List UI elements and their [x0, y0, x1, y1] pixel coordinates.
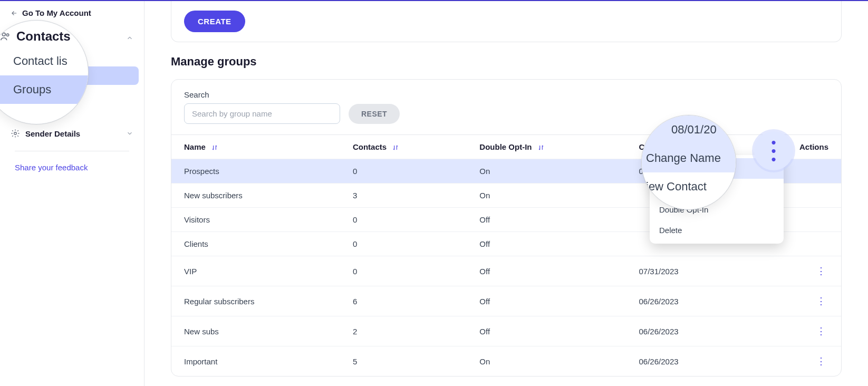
cell-optin: On: [467, 159, 626, 184]
col-name-label: Name: [184, 142, 206, 151]
sidebar: Go To My Account Contacts Contact list G…: [0, 1, 144, 386]
cell-optin: On: [467, 184, 626, 208]
cell-name: New subscribers: [171, 184, 340, 208]
col-contacts-label: Contacts: [353, 142, 387, 151]
table-row: Important5On06/26/2023⋮: [171, 346, 841, 377]
cell-actions: ⋮: [745, 346, 841, 377]
cell-name: Visitors: [171, 208, 340, 232]
row-actions-button[interactable]: ⋮: [814, 264, 828, 278]
share-feedback-link[interactable]: Share your feedback: [0, 159, 144, 176]
sort-icon: [537, 144, 545, 151]
table-row: Regular subscribers6Off06/26/2023⋮: [171, 286, 841, 316]
cell-created: 07/31/2023: [626, 256, 746, 286]
cell-optin: Off: [467, 286, 626, 316]
cell-optin: Off: [467, 256, 626, 286]
row-actions-button[interactable]: ⋮: [814, 294, 828, 308]
cell-name: VIP: [171, 256, 340, 286]
sidebar-item-sender-details[interactable]: Sender Details: [0, 123, 144, 143]
cell-optin: Off: [467, 208, 626, 232]
back-link-label: Go To My Account: [22, 8, 91, 17]
create-button[interactable]: CREATE: [184, 11, 245, 32]
search-label: Search: [184, 90, 340, 99]
cell-created: 06/26/2023: [626, 316, 746, 346]
gear-icon: [11, 129, 20, 138]
cell-name: Regular subscribers: [171, 286, 340, 316]
cell-name: Prospects: [171, 159, 340, 184]
search-input[interactable]: [184, 103, 340, 124]
row-actions-menu: Change Name View Contacts Double Opt-In …: [650, 155, 784, 244]
menu-view-contacts[interactable]: View Contacts: [650, 179, 784, 199]
col-optin-label: Double Opt-In: [479, 142, 532, 151]
cell-contacts: 2: [340, 316, 467, 346]
cell-contacts: 6: [340, 286, 467, 316]
row-actions-button[interactable]: ⋮: [814, 354, 828, 369]
go-to-account-link[interactable]: Go To My Account: [0, 8, 144, 25]
col-contacts[interactable]: Contacts: [340, 135, 467, 159]
chevron-down-icon: [126, 130, 133, 137]
sidebar-sender-label: Sender Details: [25, 129, 80, 138]
cell-optin: Off: [467, 232, 626, 256]
row-actions-button[interactable]: ⋮: [814, 324, 828, 339]
cell-optin: Off: [467, 316, 626, 346]
sidebar-analytics-label: Analytics: [25, 109, 61, 118]
sidebar-item-analytics[interactable]: Analytics: [0, 103, 144, 123]
sort-icon: [211, 144, 218, 151]
cell-name: Clients: [171, 232, 340, 256]
chevron-up-icon: [126, 34, 133, 42]
cell-contacts: 3: [340, 184, 467, 208]
menu-double-optin[interactable]: Double Opt-In: [650, 199, 784, 220]
divider: [15, 151, 129, 151]
sidebar-item-groups[interactable]: Groups: [0, 66, 139, 85]
svg-point-3: [14, 132, 17, 135]
svg-point-1: [16, 36, 18, 38]
sidebar-contacts-label: Contacts: [25, 34, 59, 43]
cell-contacts: 0: [340, 232, 467, 256]
cell-created: 06/26/2023: [626, 346, 746, 377]
cell-contacts: 0: [340, 208, 467, 232]
svg-point-0: [13, 35, 15, 38]
cell-contacts: 0: [340, 256, 467, 286]
cell-created: 06/26/2023: [626, 286, 746, 316]
cell-name: New subs: [171, 316, 340, 346]
table-row: VIP0Off07/31/2023⋮: [171, 256, 841, 286]
sidebar-item-contact-list[interactable]: Contact list: [0, 48, 139, 66]
col-optin[interactable]: Double Opt-In: [467, 135, 626, 159]
page-title: Manage groups: [171, 55, 842, 69]
cell-actions: ⋮: [745, 286, 841, 316]
sidebar-item-plugin[interactable]: Plugin: [0, 85, 139, 103]
sidebar-item-contacts[interactable]: Contacts: [0, 28, 144, 48]
more-vertical-icon: •••: [771, 139, 776, 163]
sort-down-icon: [674, 144, 681, 151]
menu-delete[interactable]: Delete: [650, 220, 784, 240]
cell-actions: ⋮: [745, 316, 841, 346]
people-icon: [11, 33, 20, 43]
cell-actions: ⋮: [745, 256, 841, 286]
sort-icon: [392, 144, 399, 151]
cell-contacts: 5: [340, 346, 467, 377]
col-name[interactable]: Name: [171, 135, 340, 159]
table-row: New subs2Off06/26/2023⋮: [171, 316, 841, 346]
cell-name: Important: [171, 346, 340, 377]
cell-contacts: 0: [340, 159, 467, 184]
reset-button[interactable]: RESET: [349, 104, 400, 124]
cell-optin: On: [467, 346, 626, 377]
col-created-label: Created: [639, 142, 669, 151]
actions-kebab-focused[interactable]: •••: [754, 131, 793, 170]
arrow-left-icon: [11, 9, 18, 17]
chart-icon: [11, 109, 20, 118]
